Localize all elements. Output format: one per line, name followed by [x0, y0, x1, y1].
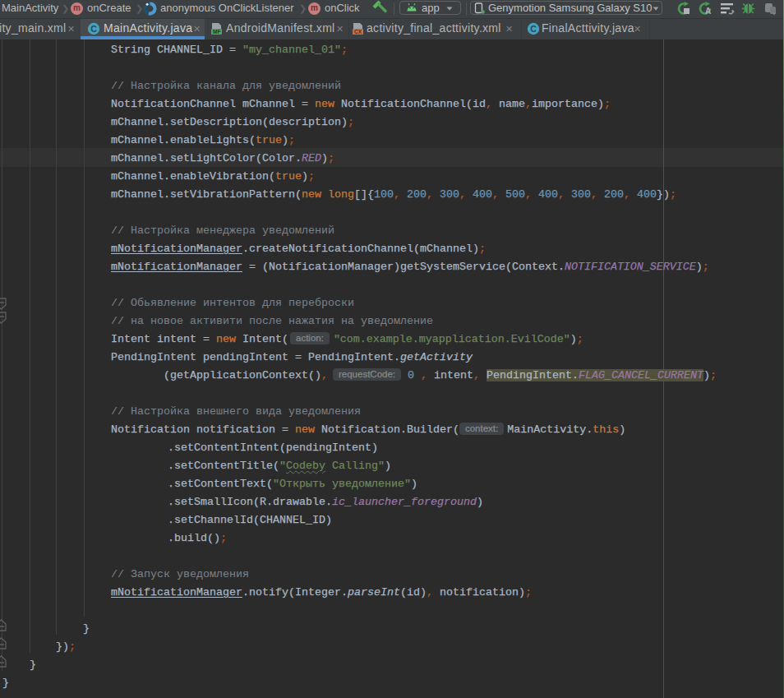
svg-text:CX: CX	[354, 29, 362, 35]
svg-text:C: C	[90, 24, 97, 34]
svg-text:C: C	[530, 24, 537, 34]
svg-text:A: A	[705, 7, 711, 16]
svg-text:MF: MF	[213, 29, 220, 35]
